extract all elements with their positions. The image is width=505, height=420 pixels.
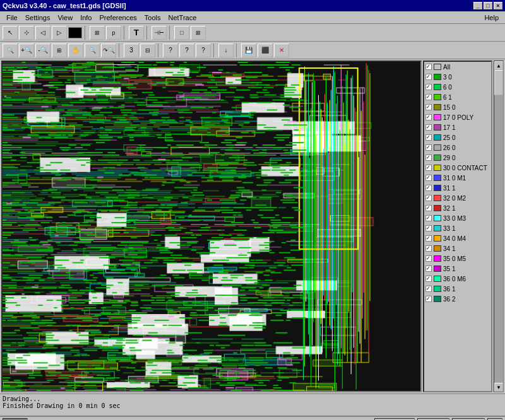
prop-button[interactable]: p [106, 26, 121, 40]
layer-panel[interactable]: All3 06 06 115 017 0 POLY17 125 026 029 … [423, 61, 492, 392]
text-button[interactable]: T [129, 26, 144, 40]
layer-checkbox-15_0[interactable] [425, 104, 432, 110]
zoom-custom-button[interactable]: 🔍 [85, 44, 100, 57]
num3-button[interactable]: 3 [124, 44, 139, 57]
separator5 [119, 44, 121, 57]
help1-button[interactable]: ? [163, 44, 178, 57]
layer-item-26_0[interactable]: 26 0 [424, 143, 491, 153]
layer-item-34_0_m4[interactable]: 34 0 M4 [424, 233, 491, 243]
layer-checkbox-3_0[interactable] [425, 74, 432, 80]
layer-label-35_0_m5: 35 0 M5 [443, 255, 466, 262]
pan-button[interactable]: ✋ [68, 44, 83, 57]
layer-item-all[interactable]: All [424, 62, 491, 72]
color-picker[interactable] [68, 27, 82, 38]
layer-item-6_1[interactable]: 6 1 [424, 92, 491, 102]
layer-color-35_1 [434, 265, 441, 272]
zoom-out2-button[interactable]: -🔍 [35, 44, 50, 57]
layer-item-36_1[interactable]: 36 1 [424, 284, 491, 294]
layer-checkbox-17_1[interactable] [425, 124, 432, 131]
arrow-down-button[interactable]: ↓ [218, 44, 234, 57]
stop-button[interactable]: ⬛ [258, 44, 273, 57]
menu-settings[interactable]: Settings [21, 13, 54, 23]
layer-checkbox-25_0[interactable] [425, 134, 432, 141]
rect-button[interactable]: □ [174, 26, 189, 40]
layer-color-3_0 [434, 74, 441, 80]
measure-button[interactable]: ⊣⊢ [152, 26, 167, 40]
layer-checkbox-6_0[interactable] [425, 84, 432, 90]
layer-item-29_0[interactable]: 29 0 [424, 153, 491, 163]
layer-checkbox-26_0[interactable] [425, 144, 432, 151]
layer-checkbox-34_0_m4[interactable] [425, 235, 432, 242]
close-tool-button[interactable]: ✕ [274, 44, 289, 57]
layer-color-25_0 [434, 134, 441, 141]
layer-checkbox-35_0_m5[interactable] [425, 255, 432, 262]
layer-item-32_1[interactable]: 32 1 [424, 203, 491, 213]
layer-checkbox-33_1[interactable] [425, 225, 432, 231]
layer-item-17_1[interactable]: 17 1 [424, 122, 491, 132]
vertical-scrollbar[interactable]: ▲ ▼ [494, 61, 504, 392]
zoom-out-button[interactable]: ▷ [52, 26, 67, 40]
zoom-extent-button[interactable]: ⊞ [52, 44, 67, 57]
layer-item-35_1[interactable]: 35 1 [424, 264, 491, 274]
layer-item-34_1[interactable]: 34 1 [424, 243, 491, 254]
layer-checkbox-36_2[interactable] [425, 296, 432, 302]
layer-item-32_0_m2[interactable]: 32 0 M2 [424, 193, 491, 203]
layer-checkbox-29_0[interactable] [425, 155, 432, 161]
scroll-thumb[interactable] [494, 70, 503, 95]
menu-preferences[interactable]: Preferences [96, 13, 141, 23]
layer-checkbox-32_0_m2[interactable] [425, 195, 432, 201]
layer-item-25_0[interactable]: 25 0 [424, 132, 491, 143]
layer-item-35_0_m5[interactable]: 35 0 M5 [424, 254, 491, 264]
zoom-area-button[interactable]: 🔍 [3, 44, 18, 57]
layer-item-3_0[interactable]: 3 0 [424, 72, 491, 82]
menu-tools[interactable]: Tools [141, 13, 165, 23]
layer-item-30_0_contact[interactable]: 30 0 CONTACT [424, 163, 491, 173]
zoom-next-button[interactable]: ↷🔍 [101, 44, 116, 57]
layer-checkbox-all[interactable] [425, 64, 432, 70]
layer-checkbox-30_0_contact[interactable] [425, 165, 432, 171]
layer-checkbox-36_1[interactable] [425, 286, 432, 292]
layer-checkbox-33_0_m3[interactable] [425, 215, 432, 221]
help3-button[interactable]: ? [196, 44, 211, 57]
layer-checkbox-6_1[interactable] [425, 94, 432, 100]
menu-file[interactable]: File [3, 13, 21, 23]
layer-item-33_1[interactable]: 33 1 [424, 223, 491, 233]
layer-item-33_0_m3[interactable]: 33 0 M3 [424, 213, 491, 223]
snap-button[interactable]: ⊞ [90, 26, 105, 40]
scroll-track[interactable] [494, 70, 503, 383]
layers-panel-button[interactable]: ⊟ [140, 44, 155, 57]
layer-item-15_0[interactable]: 15 0 [424, 102, 491, 112]
toolbar2: 🔍 +🔍 -🔍 ⊞ ✋ 🔍 ↷🔍 3 ⊟ ? ? ? ↓ 💾 ⬛ ✕ [0, 42, 505, 59]
layer-checkbox-35_1[interactable] [425, 265, 432, 272]
save-button[interactable]: 💾 [241, 44, 256, 57]
scroll-down-button[interactable]: ▼ [494, 383, 503, 392]
layer-item-36_0_m6[interactable]: 36 0 M6 [424, 274, 491, 284]
minimize-button[interactable]: _ [473, 2, 482, 9]
menu-help[interactable]: Help [480, 13, 502, 23]
close-button[interactable]: × [494, 2, 502, 9]
layer-item-17_0_poly[interactable]: 17 0 POLY [424, 112, 491, 122]
zoom-previous-button[interactable]: ◁ [35, 26, 50, 40]
layer-item-31_0_m1[interactable]: 31 0 M1 [424, 173, 491, 183]
menu-nettrace[interactable]: NetTrace [165, 13, 201, 23]
layer-item-31_1[interactable]: 31 1 [424, 183, 491, 193]
layer-checkbox-31_1[interactable] [425, 185, 432, 191]
zoom-in-button[interactable]: +🔍 [19, 44, 34, 57]
layer-item-6_0[interactable]: 6 0 [424, 82, 491, 92]
chip-view[interactable] [1, 61, 422, 392]
layer-item-36_2[interactable]: 36 2 [424, 294, 491, 304]
menu-view[interactable]: View [54, 13, 76, 23]
scroll-up-button[interactable]: ▲ [494, 61, 503, 70]
layer-checkbox-31_0_m1[interactable] [425, 175, 432, 181]
help2-button[interactable]: ? [179, 44, 194, 57]
layer-color-6_1 [434, 94, 441, 100]
select-tool-button[interactable]: ↖ [3, 26, 18, 40]
layer-checkbox-34_1[interactable] [425, 245, 432, 252]
layer-checkbox-32_1[interactable] [425, 205, 432, 211]
layer-checkbox-17_0_poly[interactable] [425, 114, 432, 120]
grid-button[interactable]: ⊞ [191, 26, 206, 40]
maximize-button[interactable]: □ [484, 2, 492, 9]
layer-checkbox-36_0_m6[interactable] [425, 276, 432, 282]
select2-button[interactable]: ⊹ [19, 26, 34, 40]
menu-info[interactable]: Info [76, 13, 95, 23]
